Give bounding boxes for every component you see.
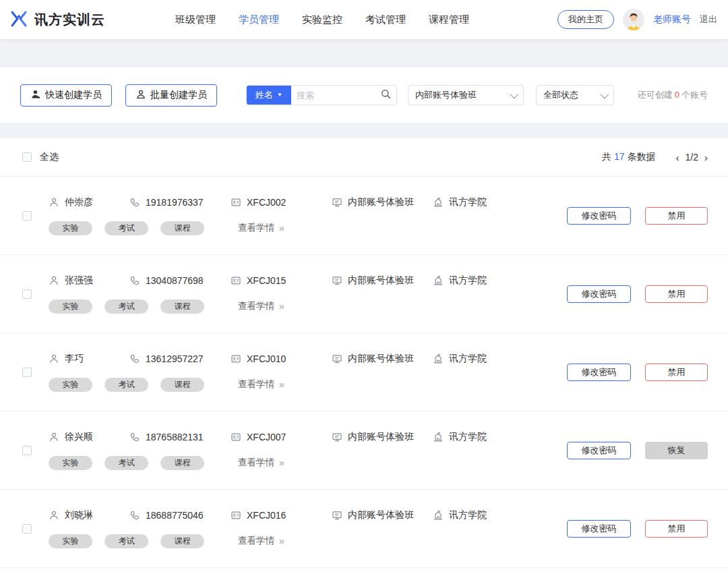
triangle-down-icon: ▼ <box>277 92 282 98</box>
tag-course[interactable]: 课程 <box>160 221 204 235</box>
rows-container: 仲崇彦 19181976337 <box>0 177 728 568</box>
student-class: 内部账号体验班 <box>348 353 414 365</box>
row-checkbox[interactable] <box>22 524 32 534</box>
school-icon <box>433 275 444 286</box>
restore-button[interactable]: 恢复 <box>645 442 708 459</box>
header-right: 我的主页 老师账号 退出 <box>557 9 717 30</box>
row-main: 李巧 13612957227 <box>49 353 567 392</box>
view-learning-link[interactable]: 查看学情 » <box>238 457 284 469</box>
tag-exam[interactable]: 考试 <box>104 221 148 235</box>
view-learning-label: 查看学情 <box>238 535 274 547</box>
table-row: 李巧 13612957227 <box>0 333 728 411</box>
tag-exam[interactable]: 考试 <box>104 299 148 314</box>
nav-class-management[interactable]: 班级管理 <box>175 13 216 26</box>
student-account: XFCJ007 <box>247 432 286 442</box>
quick-create-student-button[interactable]: 快速创建学员 <box>20 84 112 107</box>
quota-count: 0 <box>675 90 679 100</box>
disable-button[interactable]: 禁用 <box>645 520 708 538</box>
disable-button[interactable]: 禁用 <box>645 207 708 225</box>
row-actions: 修改密码 禁用 <box>567 520 708 538</box>
school-icon <box>433 197 444 208</box>
tag-exam[interactable]: 考试 <box>104 378 148 392</box>
tag-course[interactable]: 课程 <box>160 299 204 314</box>
change-password-button[interactable]: 修改密码 <box>567 207 631 225</box>
double-arrow-icon: » <box>279 536 284 546</box>
view-learning-link[interactable]: 查看学情 » <box>238 222 284 234</box>
app-logo: 讯方实训云 <box>9 9 105 30</box>
student-college: 讯方学院 <box>449 196 487 208</box>
tag-experiment[interactable]: 实验 <box>49 534 92 548</box>
quota-suffix: 个账号 <box>681 90 708 100</box>
disable-button[interactable]: 禁用 <box>645 285 708 303</box>
nav-experiment-monitor[interactable]: 实验监控 <box>302 13 342 26</box>
search-button[interactable] <box>375 86 396 105</box>
student-phone: 19181976337 <box>146 197 204 208</box>
tag-course[interactable]: 课程 <box>160 378 204 392</box>
search-input[interactable] <box>291 86 375 105</box>
tag-exam[interactable]: 考试 <box>104 456 148 470</box>
search-field-select[interactable]: 姓名 ▼ <box>247 86 291 105</box>
status-filter-value: 全部状态 <box>543 89 578 101</box>
change-password-button[interactable]: 修改密码 <box>567 285 631 303</box>
row-main: 刘晓琳 18688775046 <box>49 509 567 548</box>
student-name: 李巧 <box>65 353 84 365</box>
view-learning-label: 查看学情 <box>238 300 274 312</box>
row-checkbox[interactable] <box>22 289 32 299</box>
total-prefix: 共 <box>602 151 611 162</box>
status-filter-select[interactable]: 全部状态 <box>536 85 614 105</box>
select-all-checkbox[interactable] <box>22 152 32 162</box>
user-icon <box>49 510 59 521</box>
list-meta: 共17条数据 ‹ 1/2 › <box>602 151 708 163</box>
view-learning-link[interactable]: 查看学情 » <box>238 535 284 547</box>
main-nav: 班级管理 学员管理 实验监控 考试管理 课程管理 <box>175 13 469 26</box>
quick-create-label: 快速创建学员 <box>45 89 102 101</box>
view-learning-label: 查看学情 <box>238 222 274 234</box>
list-header-row: 全选 共17条数据 ‹ 1/2 › <box>0 138 728 177</box>
view-learning-link[interactable]: 查看学情 » <box>238 300 284 312</box>
batch-create-label: 批量创建学员 <box>150 89 207 101</box>
student-college: 讯方学院 <box>449 509 487 521</box>
next-page-button[interactable]: › <box>704 152 708 163</box>
student-name: 张强强 <box>65 275 93 287</box>
phone-icon <box>129 275 140 286</box>
tag-experiment[interactable]: 实验 <box>49 378 92 392</box>
view-learning-link[interactable]: 查看学情 » <box>238 378 284 391</box>
tag-experiment[interactable]: 实验 <box>49 456 92 470</box>
nav-course-management[interactable]: 课程管理 <box>429 13 469 26</box>
batch-create-student-button[interactable]: 批量创建学员 <box>125 84 217 107</box>
total-count: 共17条数据 <box>602 151 656 163</box>
row-checkbox[interactable] <box>22 211 32 221</box>
user-avatar[interactable] <box>623 9 644 30</box>
disable-button[interactable]: 禁用 <box>645 364 708 381</box>
row-checkbox[interactable] <box>22 446 32 455</box>
student-phone: 13612957227 <box>146 353 204 364</box>
search-bar: 姓名 ▼ <box>246 85 397 105</box>
monitor-icon <box>332 353 342 364</box>
class-filter-select[interactable]: 内部账号体验班 <box>408 85 524 105</box>
student-class: 内部账号体验班 <box>348 196 414 208</box>
tag-exam[interactable]: 考试 <box>104 534 148 548</box>
student-phone: 18765882131 <box>146 432 204 442</box>
student-name: 刘晓琳 <box>65 509 93 521</box>
tag-course[interactable]: 课程 <box>160 534 204 548</box>
my-homepage-button[interactable]: 我的主页 <box>557 10 614 29</box>
logout-link[interactable]: 退出 <box>700 13 717 26</box>
student-phone: 18688775046 <box>146 510 204 521</box>
tag-experiment[interactable]: 实验 <box>49 221 92 235</box>
change-password-button[interactable]: 修改密码 <box>567 364 631 381</box>
nav-exam-management[interactable]: 考试管理 <box>365 13 406 26</box>
search-field-value: 姓名 <box>255 89 273 101</box>
view-learning-label: 查看学情 <box>238 457 274 469</box>
id-card-icon <box>231 432 241 442</box>
tag-course[interactable]: 课程 <box>160 456 204 470</box>
app-header: 讯方实训云 班级管理 学员管理 实验监控 考试管理 课程管理 我的主页 老师账号… <box>0 0 728 39</box>
change-password-button[interactable]: 修改密码 <box>567 520 631 538</box>
double-arrow-icon: » <box>279 379 284 390</box>
account-name[interactable]: 老师账号 <box>653 13 691 26</box>
tag-experiment[interactable]: 实验 <box>49 299 92 314</box>
nav-student-management[interactable]: 学员管理 <box>239 13 279 26</box>
row-checkbox[interactable] <box>22 368 32 377</box>
student-phone: 13040877698 <box>146 275 204 286</box>
prev-page-button[interactable]: ‹ <box>676 152 679 163</box>
change-password-button[interactable]: 修改密码 <box>567 442 631 459</box>
